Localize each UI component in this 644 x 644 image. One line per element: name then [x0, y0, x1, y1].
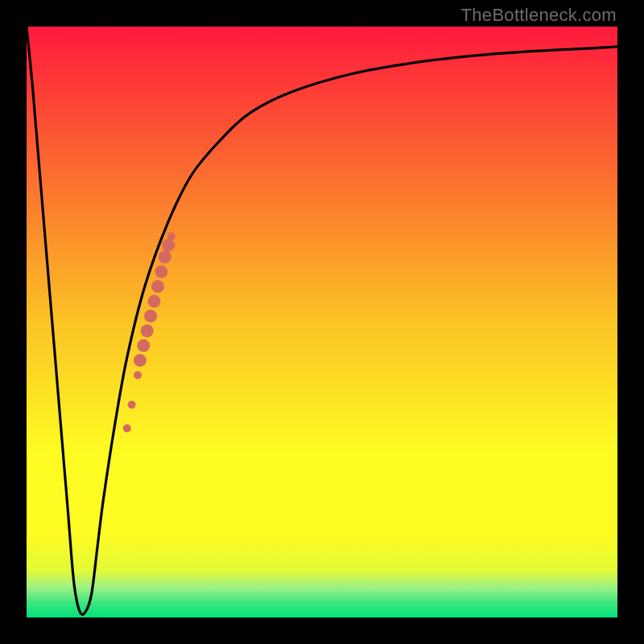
highlight-marker — [167, 233, 175, 241]
highlight-marker — [155, 266, 167, 279]
highlight-marker — [151, 280, 164, 293]
chart-svg — [27, 27, 617, 617]
highlight-marker — [144, 310, 157, 323]
gradient-background — [27, 27, 617, 617]
highlight-marker — [159, 250, 171, 263]
plot-area — [27, 27, 617, 617]
chart-frame: TheBottleneck.com — [0, 0, 644, 644]
highlight-marker — [148, 295, 161, 308]
highlight-marker — [162, 239, 175, 252]
highlight-marker — [141, 324, 154, 337]
highlight-marker — [134, 371, 142, 379]
highlight-marker — [128, 401, 136, 409]
highlight-marker — [123, 424, 131, 432]
highlight-marker — [134, 354, 147, 367]
watermark-text: TheBottleneck.com — [461, 5, 617, 26]
highlight-marker — [137, 339, 150, 352]
